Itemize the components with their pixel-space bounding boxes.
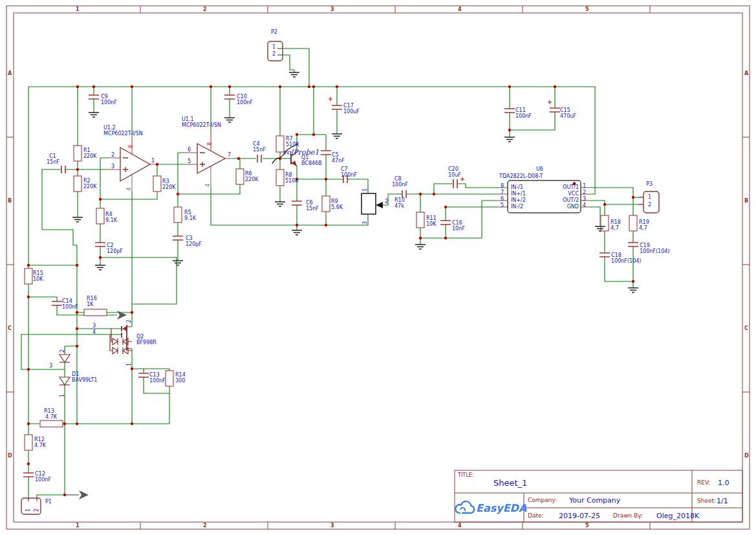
component-value: 10K [33,277,43,282]
component-value: 5.6K [331,205,343,210]
component-value: 4,7 [639,226,647,231]
pin-number: 1 [363,188,368,191]
net-port-arrow [79,490,89,499]
component-value: 15nF [306,206,319,212]
capacitor-symbols [23,95,638,477]
pin-number: 3 [92,323,96,329]
component-value: 100nF [62,305,78,310]
component-value: 220K [162,185,176,190]
component-value: 470uF [560,114,576,119]
net-port-arrows [79,311,127,499]
drawn-by-value: Oleg_2018K [656,512,699,519]
component-value: 10uF [448,173,461,178]
pin-number: 4 [127,188,132,191]
net-port-arrow [117,311,127,320]
date-label: Date: [528,513,544,519]
component-value: 4.7K [45,415,57,420]
diode-d1-value: BAV99LT1 [72,378,97,383]
connector-pin-lines [28,49,283,501]
pin-number: 6 [501,197,504,202]
pin-name: OUT/2 [545,198,579,203]
component-ref: R13 [44,409,54,414]
ic-u6-value: TDA2822L-D08-T [499,174,543,179]
pin-number: 1 [648,195,651,200]
pin-number: 1 [583,184,586,189]
component-ref: C13 [149,373,160,378]
component-ref: C18 [611,253,621,258]
border-row-label: C [8,326,12,331]
component-ref: C4 [253,142,260,147]
pin-number: 8 [208,142,213,146]
component-ref: R11 [426,216,437,221]
pin-number: 5 [501,203,504,208]
border-row-label: A [744,71,748,76]
pin-number: 8 [129,145,134,148]
component-ref: C11 [515,108,526,113]
component-ref: R18 [610,220,621,225]
pin-name: IN-/2 [511,204,523,210]
component-ref: R12 [34,437,45,442]
pin-number: 5 [188,159,191,164]
border-col-label: 3 [330,7,334,12]
pin-number: 1 [26,508,31,512]
component-ref: R7 [286,136,293,142]
pin-name: VCC [545,191,579,197]
junction-dots [27,85,634,496]
component-ref: R4 [105,212,113,217]
title-label: TITLE: [458,473,473,478]
component-value: 100nF [35,477,51,483]
component-ref: C2 [107,243,114,248]
rev-label: REV: [697,480,710,486]
company-label: Company: [528,497,557,503]
component-value: 120pF [186,242,202,247]
pin-number: 4 [583,203,586,208]
pin-number: 1 [272,45,275,50]
component-value: 10K [426,222,436,227]
component-value: 1K [87,302,93,307]
pin-number: 7 [228,153,231,158]
pin-number: 3 [363,221,368,224]
component-ref: C20 [448,167,459,172]
component-value: 300 [175,378,185,384]
component-value: 15nF [253,147,266,153]
component-value: 100nF(104) [640,249,669,254]
component-value: 100uF [343,109,360,115]
transistor-q1-value: BC846B [301,161,322,166]
pin-number: 2 [385,199,388,204]
pin-name: IN+/2 [511,198,526,203]
border-col-label: 1 [76,7,80,12]
component-value: 9.1K [105,218,117,223]
component-ref: C16 [452,221,462,226]
component-ref: C17 [343,104,354,109]
connector-p3-ref: P3 [646,182,653,187]
pin-number: 2 [272,52,275,57]
voltage-probe-label: volProbe1 [283,149,319,156]
component-value: 100nF [101,100,117,105]
pin-number: 2 [648,202,651,208]
pin-number: 2 [111,153,114,158]
transistor-q2-value: BF998R [136,340,157,345]
component-value: 100nF [237,100,253,105]
component-ref: C14 [62,299,72,304]
pin-number: 3 [49,364,52,369]
component-ref: R5 [184,210,191,215]
component-ref: R2 [83,179,91,184]
pin-number: 3 [111,164,114,169]
component-ref: C5 [332,153,339,158]
transistor-q2-ref: Q2 [136,334,144,340]
component-ref: C12 [35,472,45,477]
component-value: 100nF [149,378,166,384]
schematic-sheet: 1 2 3 4 5 1 2 3 4 5 A B C D A B C D C9 1… [0,0,756,535]
component-ref: C9 [101,94,108,100]
sheet-value: 1/1 [717,497,728,505]
component-value: 220K [245,177,259,182]
pin-number: 2 [60,349,65,353]
border-col-label: 2 [203,7,207,12]
border-row-label: C [744,326,748,331]
wires-layer [21,49,643,498]
border-row-label: D [744,453,749,459]
component-value: 100nF [515,114,532,119]
component-ref: R15 [33,271,43,276]
component-value: 10nF [452,226,465,232]
component-ref: C19 [640,243,650,248]
